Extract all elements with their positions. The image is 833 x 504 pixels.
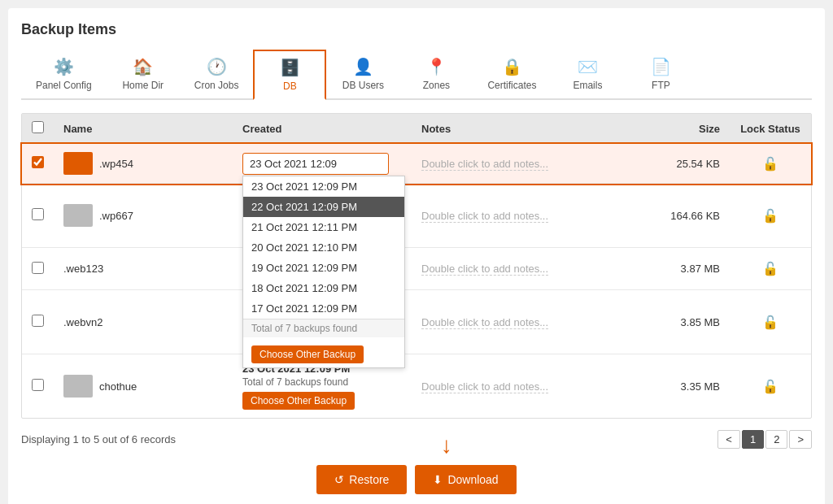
tab-certificates-label: Certificates	[487, 80, 536, 91]
tab-cron-jobs[interactable]: 🕐 Cron Jobs	[180, 50, 254, 100]
tab-panel-config-label: Panel Config	[36, 80, 92, 91]
tab-ftp-label: FTP	[652, 80, 670, 91]
pagination-page-1[interactable]: 1	[742, 430, 764, 449]
created-dropdown-wp454: 23 Oct 2021 12:09 23 Oct 2021 12:09 PM 2…	[242, 153, 402, 175]
tab-db-users-label: DB Users	[342, 80, 384, 91]
row-check-cell	[22, 184, 54, 248]
row-check-cell	[22, 354, 54, 419]
row-check-cell	[22, 290, 54, 354]
size-value-webvn2: 3.85 MB	[681, 316, 720, 328]
lock-icon-webvn2: 🔓	[762, 315, 778, 329]
notes-text-web123[interactable]: Double click to add notes...	[421, 263, 548, 276]
tab-panel-config[interactable]: ⚙️ Panel Config	[21, 50, 107, 100]
download-button[interactable]: ⬇ Download	[415, 465, 516, 494]
row-name-wp454: .wp454	[99, 158, 133, 170]
page-title: Backup Items	[21, 21, 812, 38]
row-size-cell-wp667: 164.66 KB	[640, 184, 730, 248]
footer-bar: Displaying 1 to 5 out of 6 records < 1 2…	[21, 430, 812, 449]
arrow-indicator: ↓	[441, 432, 452, 458]
row-checkbox-wp454[interactable]	[32, 156, 44, 168]
size-value-web123: 3.87 MB	[681, 263, 720, 275]
col-header-created: Created	[233, 114, 412, 144]
row-size-cell-webvn2: 3.85 MB	[640, 290, 730, 354]
row-lock-cell-chothue: 🔓	[730, 354, 811, 419]
dropdown-option-5[interactable]: 19 Oct 2021 12:09 PM	[243, 258, 404, 278]
row-name-cell-webvn2: .webvn2	[54, 290, 233, 354]
backup-date-select-wp454[interactable]: 23 Oct 2021 12:09	[242, 153, 389, 175]
tab-zones[interactable]: 📍 Zones	[399, 50, 473, 100]
notes-text-wp454[interactable]: Double click to add notes...	[421, 158, 548, 171]
dropdown-option-1[interactable]: 23 Oct 2021 12:09 PM	[243, 176, 404, 197]
pagination: < 1 2 >	[717, 430, 812, 449]
table-row: .web123 23 Oct 2021 12:09 PM Total of 7 …	[22, 248, 811, 290]
dropdown-option-3[interactable]: 21 Oct 2021 12:11 PM	[243, 217, 404, 237]
pagination-prev[interactable]: <	[717, 430, 740, 449]
tab-ftp[interactable]: 📄 FTP	[624, 50, 697, 100]
name-thumb-wp667	[63, 204, 93, 227]
col-header-name: Name	[54, 114, 233, 144]
restore-button[interactable]: ↺ Restore	[316, 465, 407, 494]
col-header-lock: Lock Status	[730, 114, 811, 144]
table-row: chothue 23 Oct 2021 12:09 PM Total of 7 …	[22, 354, 811, 419]
dropdown-option-4[interactable]: 20 Oct 2021 12:10 PM	[243, 237, 404, 258]
row-size-cell-web123: 3.87 MB	[640, 248, 730, 290]
choose-other-backup-btn-chothue[interactable]: Choose Other Backup	[242, 392, 355, 410]
row-notes-cell-wp667: Double click to add notes...	[412, 184, 640, 248]
table-row: .wp667 23 Oct 2021 12:09 PM Total of 7 b…	[22, 184, 811, 248]
row-lock-cell-wp667: 🔓	[730, 184, 811, 248]
row-name-cell-wp667: .wp667	[54, 184, 233, 248]
row-checkbox-wp667[interactable]	[32, 208, 44, 220]
row-name-chothue: chothue	[99, 380, 137, 393]
tab-emails[interactable]: ✉️ Emails	[551, 50, 624, 100]
row-name-web123: .web123	[63, 263, 103, 275]
pagination-page-2[interactable]: 2	[765, 430, 787, 449]
row-name-webvn2: .webvn2	[63, 316, 102, 328]
tab-home-dir-label: Home Dir	[122, 80, 164, 91]
row-name-cell-chothue: chothue	[54, 354, 233, 419]
row-check-cell	[22, 248, 54, 290]
row-name-wp667: .wp667	[99, 210, 133, 222]
row-checkbox-webvn2[interactable]	[32, 315, 44, 327]
dropdown-option-6[interactable]: 18 Oct 2021 12:09 PM	[243, 278, 404, 298]
row-size-cell-chothue: 3.35 MB	[640, 354, 730, 419]
choose-other-backup-btn-wp454[interactable]: Choose Other Backup	[251, 345, 364, 363]
name-thumb-wp454	[63, 152, 93, 175]
notes-text-chothue[interactable]: Double click to add notes...	[421, 380, 548, 393]
dropdown-option-7[interactable]: 17 Oct 2021 12:09 PM	[243, 298, 404, 319]
row-name-cell-web123: .web123	[54, 248, 233, 290]
row-checkbox-chothue[interactable]	[32, 379, 44, 391]
row-check-cell	[22, 144, 54, 184]
restore-icon: ↺	[334, 473, 344, 486]
restore-label: Restore	[349, 473, 389, 486]
backup-count-chothue: Total of 7 backups found	[242, 376, 402, 388]
pagination-next[interactable]: >	[789, 430, 812, 449]
row-notes-cell-chothue: Double click to add notes...	[412, 354, 640, 419]
size-value-chothue: 3.35 MB	[681, 380, 720, 393]
home-dir-icon: 🏠	[133, 57, 153, 76]
row-name-cell-wp454: .wp454	[54, 144, 233, 184]
zones-icon: 📍	[426, 57, 447, 76]
display-count: Displaying 1 to 5 out of 6 records	[21, 433, 176, 445]
row-lock-cell-webvn2: 🔓	[730, 290, 811, 354]
page-wrapper: Backup Items ⚙️ Panel Config 🏠 Home Dir …	[8, 8, 825, 504]
col-header-notes: Notes	[412, 114, 640, 144]
row-checkbox-web123[interactable]	[32, 262, 44, 274]
tab-db-users[interactable]: 👤 DB Users	[326, 50, 399, 100]
dropdown-option-2[interactable]: 22 Oct 2021 12:09 PM	[243, 197, 404, 217]
notes-text-wp667[interactable]: Double click to add notes...	[421, 210, 548, 223]
tab-home-dir[interactable]: 🏠 Home Dir	[107, 50, 180, 100]
notes-text-webvn2[interactable]: Double click to add notes...	[421, 316, 548, 329]
tab-db[interactable]: 🗄️ DB	[253, 50, 326, 100]
row-size-cell-wp454: 25.54 KB	[640, 144, 730, 184]
ftp-icon: 📄	[651, 57, 671, 76]
row-lock-cell-wp454: 🔓	[730, 144, 811, 184]
tab-certificates[interactable]: 🔒 Certificates	[473, 50, 551, 100]
tab-cron-jobs-label: Cron Jobs	[194, 80, 239, 91]
table-row: .webvn2 23 Oct 2021 12:09 PM Total of 7 …	[22, 290, 811, 354]
size-value-wp454: 25.54 KB	[677, 158, 721, 170]
cron-jobs-icon: 🕐	[207, 57, 227, 76]
select-all-checkbox[interactable]	[32, 121, 44, 133]
tab-bar: ⚙️ Panel Config 🏠 Home Dir 🕐 Cron Jobs 🗄…	[21, 50, 812, 100]
table-row: .wp454 23 Oct 2021 12:09 23 Oct 2021 12:…	[22, 144, 811, 184]
col-header-check	[22, 114, 54, 144]
